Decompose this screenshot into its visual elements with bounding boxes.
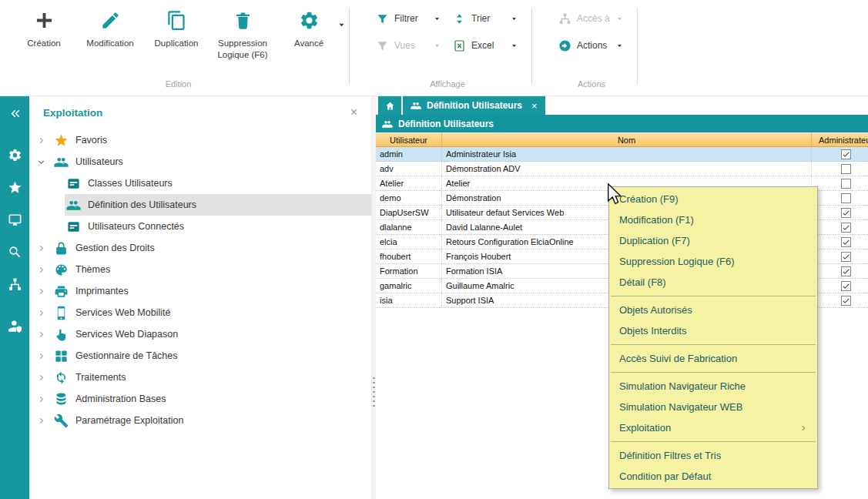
gear-icon [8, 148, 22, 162]
context-menu-item-simulation-navigateur-web[interactable]: Simulation Navigateur WEB [609, 397, 817, 417]
column-header-2[interactable]: Administrateur [812, 133, 868, 146]
column-header-1[interactable]: Nom [442, 133, 812, 146]
tree-item-utilisateurs[interactable]: Utilisateurs [29, 151, 371, 172]
ribbon-bigwrap-modification: Modification [77, 3, 143, 49]
ribbon-button-label: Suppression Logique (F6) [209, 38, 276, 61]
tree-item-services-web-diapason[interactable]: Services Web Diapason [29, 323, 371, 345]
ribbon-button-creation[interactable]: Création [11, 3, 77, 49]
activity-collapse-button[interactable] [0, 102, 29, 125]
panel-splitter[interactable] [372, 96, 376, 499]
tree-expand-toggle[interactable] [37, 287, 52, 296]
column-header-0[interactable]: Utilisateur [376, 133, 442, 146]
context-menu-item-acces-suivi-de-fabrication[interactable]: Accès Suivi de Fabrication [609, 348, 817, 369]
context-menu-item-creation[interactable]: Création (F9) [609, 189, 817, 209]
check-icon [842, 150, 850, 159]
table-row-admin[interactable]: adminAdministrateur Isia [376, 147, 868, 162]
context-menu-item-duplication[interactable]: Duplication (F7) [609, 230, 817, 251]
tree-expand-toggle[interactable] [37, 158, 52, 166]
tree-item-gestionnaire-de-taches[interactable]: Gestionnaire de Tâches [29, 345, 371, 367]
ribbon-button-trier[interactable]: Trier [453, 12, 519, 25]
context-menu-item-definition-filtres-et-tris[interactable]: Définition Filtres et Tris [609, 445, 817, 466]
tree-item-services-web-mobilite[interactable]: Services Web Mobilité [29, 302, 371, 323]
ribbon-button-excel[interactable]: Excel [453, 39, 519, 52]
tree-item-themes[interactable]: Thèmes [29, 259, 371, 280]
menu-separator [611, 372, 816, 373]
tree-expand-toggle[interactable] [37, 136, 52, 145]
tree-item-definition-des-utilisateurs[interactable]: Définition des Utilisateurs [29, 194, 371, 216]
table-row-adv[interactable]: advDémonstration ADV [376, 162, 868, 176]
ribbon-button-avance[interactable]: Avancé [276, 3, 342, 49]
check-icon [842, 267, 850, 276]
activity-users-button[interactable] [0, 310, 29, 342]
ribbon-bigwrap-avance: Avancé [276, 3, 346, 49]
admin-checkbox[interactable] [841, 281, 851, 291]
tree-expand-toggle[interactable] [37, 309, 52, 317]
tab-home[interactable] [378, 96, 401, 115]
ribbon-button-label: Actions [577, 40, 607, 51]
tree-item-favoris[interactable]: Favoris [29, 129, 371, 151]
ribbon-small-row: VuesExcel [376, 39, 519, 52]
admin-checkbox[interactable] [841, 296, 851, 306]
tree-item-gestion-des-droits[interactable]: Gestion des Droits [29, 237, 371, 259]
admin-checkbox[interactable] [841, 237, 851, 247]
tree-item-utilisateurs-connectes[interactable]: Utilisateurs Connectés [29, 216, 371, 237]
cell-text: Support ISIA [446, 296, 494, 305]
ribbon-button-vues[interactable]: Vues [376, 39, 442, 52]
tree-expand-toggle[interactable] [37, 266, 52, 274]
context-menu-item-objets-autorises[interactable]: Objets Autorisés [609, 300, 817, 320]
tree-item-inner: Paramétrage Exploitation [52, 410, 371, 431]
ribbon-button-acces-a[interactable]: Accès à [558, 12, 625, 25]
activity-search-button[interactable] [0, 236, 29, 268]
cell-user: Atelier [376, 176, 442, 190]
tree-expand-toggle[interactable] [37, 373, 52, 382]
tree-item-label: Définition des Utilisateurs [88, 199, 196, 210]
admin-checkbox[interactable] [841, 164, 851, 174]
ribbon-button-duplication[interactable]: Duplication [143, 3, 209, 49]
admin-checkbox[interactable] [841, 179, 851, 189]
admin-checkbox[interactable] [841, 193, 851, 203]
admin-checkbox[interactable] [841, 252, 851, 262]
activity-hierarchy-button[interactable] [0, 268, 29, 300]
context-menu-item-detail[interactable]: Détail (F8) [609, 272, 817, 293]
tree-item-traitements[interactable]: Traitements [29, 367, 371, 388]
tab-definition-utilisateurs[interactable]: Définition Utilisateurs × [403, 96, 545, 115]
ribbon-dropdown-avance[interactable] [337, 21, 346, 29]
tree-item-inner: Utilisateurs Connectés [65, 216, 371, 237]
context-menu-item-simulation-navigateur-riche[interactable]: Simulation Navigateur Riche [609, 376, 817, 397]
cell-admin [812, 279, 868, 293]
context-menu-item-modification[interactable]: Modification (F1) [609, 209, 817, 230]
activity-favorites-button[interactable] [0, 171, 29, 203]
tree-expand-toggle[interactable] [37, 330, 52, 339]
tree-item-parametrage-exploitation[interactable]: Paramétrage Exploitation [29, 410, 371, 431]
tree-item-imprimantes[interactable]: Imprimantes [29, 280, 371, 302]
tree-item-administration-bases[interactable]: Administration Bases [29, 388, 371, 410]
ribbon-button-filtrer[interactable]: Filtrer [376, 12, 442, 25]
tree-expand-toggle[interactable] [37, 395, 52, 404]
panel-icon [66, 219, 81, 234]
activity-settings-button[interactable] [0, 139, 29, 171]
context-menu-item-exploitation[interactable]: Exploitation [609, 417, 817, 438]
admin-checkbox[interactable] [841, 208, 851, 218]
tree-item-classes-utilisateurs[interactable]: Classes Utilisateurs [29, 172, 371, 194]
context-menu-item-objets-interdits[interactable]: Objets Interdits [609, 320, 817, 341]
cell-admin [812, 293, 868, 307]
tab-close-icon[interactable]: × [531, 100, 538, 112]
admin-checkbox[interactable] [841, 149, 851, 159]
context-menu-item-condition-par-defaut[interactable]: Condition par Défaut [609, 466, 817, 487]
cell-user: DiapUserSW [376, 206, 442, 219]
activity-workstation-button[interactable] [0, 203, 29, 236]
chevron-right-icon [37, 136, 45, 145]
ribbon-button-suppression-logique[interactable]: Suppression Logique (F6) [209, 3, 276, 61]
chevron-right-icon [37, 266, 45, 274]
nav-close-icon[interactable]: × [346, 106, 362, 119]
actions-icon [558, 39, 571, 52]
admin-checkbox[interactable] [841, 223, 851, 233]
admin-checkbox[interactable] [841, 266, 851, 276]
ribbon-button-actions[interactable]: Actions [558, 39, 625, 52]
tree-expand-toggle[interactable] [37, 352, 52, 360]
cell-user: Formation [376, 264, 442, 278]
context-menu-item-suppression-logique[interactable]: Suppression Logique (F6) [609, 251, 817, 272]
tree-expand-toggle[interactable] [37, 417, 52, 425]
tree-expand-toggle[interactable] [37, 244, 52, 253]
ribbon-button-modification[interactable]: Modification [77, 3, 143, 49]
